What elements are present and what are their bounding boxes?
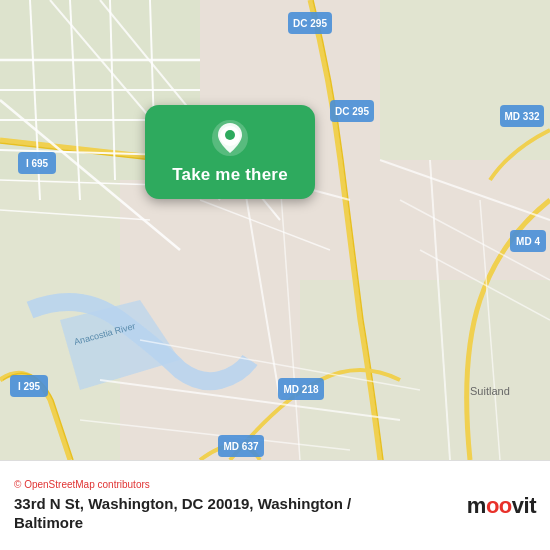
map-container: Anacostia River — [0, 0, 550, 460]
svg-text:DC 295: DC 295 — [293, 18, 327, 29]
svg-text:I 295: I 295 — [18, 381, 41, 392]
location-pin-icon — [211, 119, 249, 157]
moovit-logo-text: moovit — [467, 495, 536, 517]
svg-rect-3 — [380, 0, 550, 160]
svg-text:MD 4: MD 4 — [516, 236, 540, 247]
svg-text:Suitland: Suitland — [470, 385, 510, 397]
popup-label: Take me there — [172, 165, 288, 185]
svg-text:I 695: I 695 — [26, 158, 49, 169]
svg-text:MD 637: MD 637 — [223, 441, 258, 452]
attribution-text: © OpenStreetMap contributors — [14, 479, 455, 490]
address-line2: Baltimore — [14, 514, 83, 531]
moovit-text-part: moovit — [467, 493, 536, 518]
address-line1: 33rd N St, Washington, DC 20019, Washing… — [14, 495, 351, 512]
svg-rect-4 — [300, 280, 550, 460]
svg-point-53 — [225, 130, 235, 140]
svg-text:DC 295: DC 295 — [335, 106, 369, 117]
info-left: © OpenStreetMap contributors 33rd N St, … — [14, 479, 455, 533]
moovit-logo: moovit — [467, 495, 536, 517]
info-bar: © OpenStreetMap contributors 33rd N St, … — [0, 460, 550, 550]
take-me-there-popup[interactable]: Take me there — [145, 105, 315, 199]
map-svg: Anacostia River — [0, 0, 550, 460]
svg-text:MD 218: MD 218 — [283, 384, 318, 395]
svg-text:MD 332: MD 332 — [504, 111, 539, 122]
address-line: 33rd N St, Washington, DC 20019, Washing… — [14, 494, 455, 533]
